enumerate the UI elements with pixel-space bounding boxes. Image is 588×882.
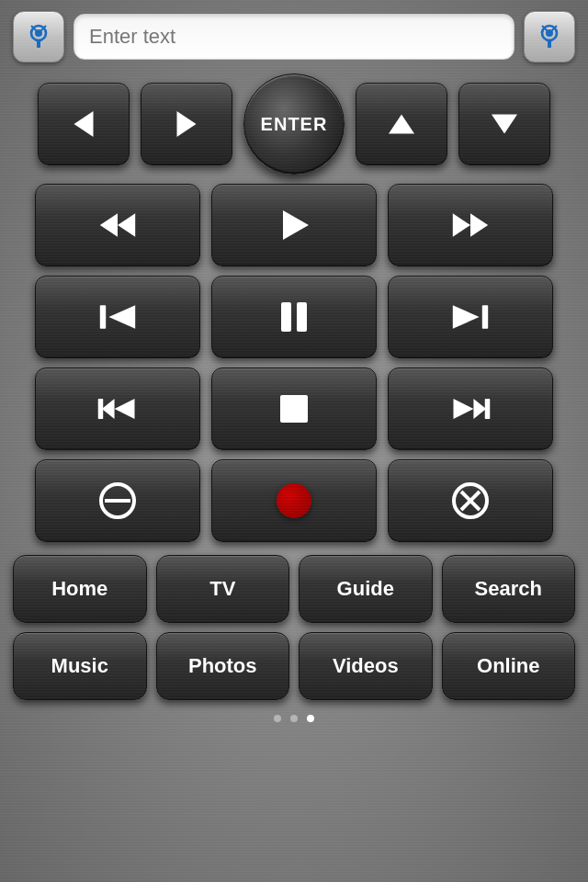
photos-button[interactable]: Photos (156, 632, 290, 700)
svg-marker-17 (453, 213, 470, 237)
enter-button[interactable]: ENTER (243, 74, 345, 175)
nav-row: ENTER (0, 74, 588, 184)
videos-label: Videos (333, 654, 399, 678)
online-label: Online (477, 654, 539, 678)
svg-rect-23 (482, 305, 488, 329)
wifi-right-button[interactable] (524, 11, 575, 62)
guide-button[interactable]: Guide (299, 555, 433, 623)
next-chapter-button[interactable] (388, 368, 553, 450)
up-button[interactable] (356, 83, 447, 165)
music-button[interactable]: Music (13, 632, 147, 700)
bottom-row-2: Music Photos Videos Online (13, 632, 575, 700)
svg-rect-19 (100, 305, 106, 329)
svg-marker-13 (492, 115, 517, 134)
online-button[interactable]: Online (442, 632, 576, 700)
svg-marker-11 (177, 111, 197, 137)
media-row-2 (13, 276, 575, 358)
videos-button[interactable]: Videos (299, 632, 433, 700)
bottom-row-1: Home TV Guide Search (13, 555, 575, 623)
svg-rect-21 (281, 302, 291, 332)
media-row-1 (13, 184, 575, 266)
bottom-section: Home TV Guide Search Music Photos Videos… (0, 542, 588, 700)
text-input[interactable] (74, 14, 514, 60)
search-button[interactable]: Search (442, 555, 576, 623)
svg-marker-26 (115, 399, 135, 419)
page-dot-1[interactable] (274, 715, 281, 722)
svg-rect-28 (280, 395, 308, 423)
page-dot-2[interactable] (290, 715, 298, 722)
down-button[interactable] (458, 83, 550, 165)
svg-marker-27 (102, 399, 115, 419)
enter-label: ENTER (261, 114, 328, 135)
fast-forward-button[interactable] (388, 184, 553, 266)
prev-chapter-button[interactable] (35, 368, 200, 450)
page-dot-3[interactable] (307, 715, 314, 722)
tv-label: TV (209, 577, 235, 601)
rewind-button[interactable] (35, 184, 200, 266)
svg-marker-18 (470, 213, 488, 237)
next-track-button[interactable] (388, 276, 553, 358)
svg-marker-16 (283, 210, 309, 240)
cancel-button[interactable] (35, 459, 200, 542)
record-button[interactable] (211, 459, 377, 542)
svg-marker-30 (453, 399, 473, 419)
home-label: Home (51, 577, 107, 601)
home-button[interactable]: Home (13, 555, 147, 623)
guide-label: Guide (337, 577, 394, 601)
svg-marker-20 (108, 305, 135, 329)
pause-button[interactable] (211, 276, 377, 358)
close-button[interactable] (388, 459, 553, 542)
svg-marker-12 (389, 115, 414, 134)
back-button[interactable] (38, 83, 130, 165)
prev-track-button[interactable] (35, 276, 200, 358)
forward-button[interactable] (141, 83, 232, 165)
svg-marker-15 (100, 213, 118, 237)
svg-marker-14 (118, 213, 135, 237)
tv-button[interactable]: TV (156, 555, 290, 623)
record-dot (277, 483, 311, 518)
play-button[interactable] (211, 184, 377, 266)
photos-label: Photos (188, 654, 257, 678)
svg-marker-24 (453, 305, 480, 329)
svg-rect-22 (297, 302, 307, 332)
search-label: Search (475, 577, 542, 601)
svg-marker-31 (473, 399, 486, 419)
music-label: Music (51, 654, 108, 678)
svg-marker-10 (74, 111, 94, 137)
media-section (0, 184, 588, 542)
top-bar (0, 0, 588, 74)
page-indicators (0, 700, 588, 731)
stop-button[interactable] (211, 368, 377, 450)
media-row-4 (13, 459, 575, 542)
wifi-left-button[interactable] (13, 11, 64, 62)
media-row-3 (13, 368, 575, 450)
